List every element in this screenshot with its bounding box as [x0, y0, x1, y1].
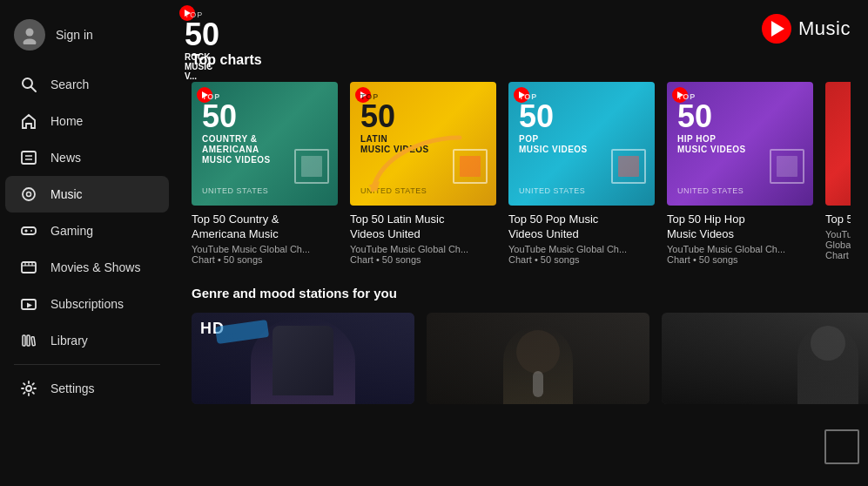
main-content: Music Top charts TOP 50 COUNTRY &AMERICA…	[174, 0, 868, 486]
genre-card-hd[interactable]: HD	[192, 313, 414, 404]
chart-thumb-rock: TOP 50 ROCKMUSICV...	[825, 82, 851, 206]
svg-point-1	[24, 39, 37, 45]
gaming-icon	[19, 221, 38, 240]
genre-card-bw[interactable]	[662, 313, 868, 404]
chart-card-rock[interactable]: TOP 50 ROCKMUSICV... Top 50 R... YouTube…	[825, 82, 851, 265]
svg-rect-22	[27, 335, 30, 346]
sidebar-item-label: Home	[50, 114, 83, 128]
subscriptions-icon	[19, 294, 38, 314]
sidebar-header: Sign in	[0, 10, 174, 66]
svg-point-24	[26, 386, 31, 391]
sidebar-item-label: Search	[50, 78, 89, 91]
home-icon	[19, 111, 38, 131]
signin-label[interactable]: Sign in	[56, 28, 93, 42]
library-icon	[19, 331, 38, 350]
sidebar-item-gaming[interactable]: Gaming	[5, 213, 169, 249]
settings-icon	[19, 379, 38, 398]
svg-rect-4	[22, 152, 36, 164]
sidebar-item-label: Music	[50, 187, 83, 201]
sidebar-item-news[interactable]: News	[5, 139, 169, 176]
sidebar-item-home[interactable]: Home	[5, 103, 169, 139]
svg-point-13	[30, 230, 32, 232]
svg-rect-21	[23, 335, 25, 346]
sidebar-item-library[interactable]: Library	[5, 322, 169, 359]
sidebar-item-settings[interactable]: Settings	[5, 370, 169, 407]
svg-marker-20	[27, 303, 32, 308]
divider	[14, 364, 160, 365]
movies-icon	[19, 258, 38, 277]
sidebar-item-label: Gaming	[50, 224, 93, 238]
avatar	[14, 19, 45, 51]
genre-row: HD	[192, 313, 851, 404]
svg-rect-9	[22, 227, 36, 234]
news-icon	[19, 148, 38, 167]
sidebar-item-movies[interactable]: Movies & Shows	[5, 249, 169, 286]
svg-line-3	[31, 87, 37, 92]
sidebar: Sign in Search Home News	[0, 0, 174, 486]
search-icon	[19, 75, 38, 94]
sidebar-item-search[interactable]: Search	[5, 66, 169, 103]
sidebar-item-music[interactable]: Music	[5, 176, 169, 213]
charts-row: TOP 50 COUNTRY &AMERICANAMUSIC VIDEOS UN…	[192, 82, 851, 265]
svg-rect-23	[31, 337, 35, 346]
svg-point-0	[26, 29, 34, 37]
svg-point-7	[23, 188, 35, 200]
sidebar-item-label: Movies & Shows	[50, 260, 140, 274]
sidebar-item-label: Settings	[50, 381, 95, 395]
genre-card-acoustic[interactable]	[427, 313, 649, 404]
sidebar-item-label: Subscriptions	[50, 297, 124, 311]
svg-point-8	[27, 192, 31, 197]
sidebar-item-label: Library	[50, 334, 88, 348]
music-icon	[19, 185, 38, 204]
sidebar-item-subscriptions[interactable]: Subscriptions	[5, 286, 169, 322]
sidebar-item-label: News	[50, 151, 81, 165]
